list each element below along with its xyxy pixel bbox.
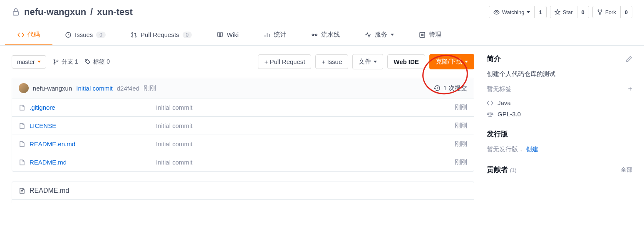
tab-pipeline[interactable]: 流水线 [299,26,352,45]
pull-request-button[interactable]: + Pull Request [258,54,311,69]
svg-point-4 [599,13,600,15]
watch-label: Watching [502,9,525,15]
file-dropdown[interactable]: 文件 [352,54,383,69]
branch-icon [53,59,59,65]
file-time: 刚刚 [455,122,467,130]
eye-icon [493,9,500,15]
fork-button[interactable]: Fork [593,6,620,18]
tab-wiki[interactable]: Wiki [204,26,251,45]
releases-heading: 发行版 [487,129,508,139]
file-link[interactable]: README.md [19,159,156,166]
web-ide-button[interactable]: Web IDE [387,54,425,69]
contributors-all-link[interactable]: 全部 [621,166,632,174]
license-label: GPL-3.0 [498,111,521,118]
commit-message[interactable]: Initial commit [76,85,113,92]
contributors-count: (1) [510,167,517,173]
tab-code[interactable]: 代码 [5,26,52,45]
star-icon [555,9,560,15]
chevron-down-icon [374,61,377,63]
commit-author[interactable]: nefu-wangxun [33,85,72,92]
commit-sha[interactable]: d24f4ed [117,85,139,92]
file-link[interactable]: .gitignore [19,104,156,111]
readme-title: README.md [30,187,69,194]
file-name-label: README.en.md [30,140,75,147]
readme-tabs [12,199,474,203]
fork-group: Fork 0 [592,6,632,18]
contributors-heading: 贡献者 [487,166,508,174]
tab-manage-label: 管理 [429,31,441,39]
file-name-label: README.md [30,159,67,166]
readme-tab[interactable] [12,200,115,203]
latest-commit-row: nefu-wangxun Initial commit d24f4ed 刚刚 1… [12,78,474,98]
file-commit-msg[interactable]: Initial commit [156,159,455,166]
branch-selected: master [17,59,35,65]
file-row: README.md Initial commit 刚刚 [12,153,474,171]
fork-count[interactable]: 0 [620,6,632,18]
edit-icon[interactable] [626,56,632,62]
star-count[interactable]: 0 [577,6,589,18]
add-tag-button[interactable]: + [628,85,632,93]
tab-manage[interactable]: 管理 [406,26,454,45]
repo-owner[interactable]: nefu-wangxun [24,7,86,17]
tags-link[interactable]: 标签 0 [84,58,110,66]
svg-point-6 [132,32,133,34]
svg-point-10 [315,34,317,36]
file-commit-msg[interactable]: Initial commit [156,104,455,111]
file-icon [19,123,25,129]
stats-icon [264,32,270,38]
clone-download-button[interactable]: 克隆/下载 [429,54,474,69]
create-release-link[interactable]: 创建 [526,145,538,152]
file-time: 刚刚 [455,158,467,166]
commits-count: 1 次提交 [443,84,467,92]
tab-services[interactable]: 服务 [352,26,406,45]
code-icon [487,100,493,106]
file-time: 刚刚 [455,140,467,148]
commits-link[interactable]: 1 次提交 [434,84,467,92]
file-link[interactable]: LICENSE [19,122,156,129]
tab-pr[interactable]: Pull Requests 0 [118,26,204,45]
tab-pipeline-label: 流水线 [321,31,340,39]
star-button[interactable]: Star [550,6,577,18]
file-commit-msg[interactable]: Initial commit [156,140,455,147]
branch-dropdown[interactable]: master [12,55,46,69]
pipeline-icon [311,32,318,38]
file-label: 文件 [359,58,371,66]
language-link[interactable]: Java [487,99,632,106]
no-tags-text: 暂无标签 [487,85,512,93]
watch-button[interactable]: Watching [489,6,535,18]
no-releases-text: 暂无发行版， [487,145,524,152]
scale-icon [487,111,493,118]
svg-point-2 [598,10,599,11]
tab-issues[interactable]: Issues 0 [52,26,118,45]
file-name-label: .gitignore [30,104,55,111]
tab-wiki-label: Wiki [227,31,238,38]
issue-button[interactable]: + Issue [315,54,348,69]
sidebar: 简介 创建个人代码仓库的测试 暂无标签 + Java GPL-3.0 发行版 [487,54,632,203]
svg-point-12 [54,59,55,60]
pr-icon [131,32,137,38]
repo-name[interactable]: xun-test [97,7,133,17]
commit-time: 刚刚 [144,84,156,92]
svg-point-1 [495,11,497,13]
svg-point-13 [54,63,55,64]
branches-link[interactable]: 分支 1 [53,58,78,66]
star-label: Star [563,9,573,15]
avatar[interactable] [19,83,29,93]
intro-heading: 简介 [487,54,501,64]
repo-title: nefu-wangxun / xun-test [12,7,133,17]
watch-count[interactable]: 1 [534,6,546,18]
file-link[interactable]: README.en.md [19,140,156,147]
issues-count: 0 [96,32,106,38]
file-row: .gitignore Initial commit 刚刚 [12,98,474,117]
svg-point-3 [601,10,602,11]
chevron-down-icon [37,61,41,63]
license-link[interactable]: GPL-3.0 [487,111,632,118]
file-commit-msg[interactable]: Initial commit [156,122,455,129]
tab-stats[interactable]: 统计 [251,26,299,45]
tab-pr-label: Pull Requests [141,31,179,38]
file-list-panel: nefu-wangxun Initial commit d24f4ed 刚刚 1… [12,78,474,172]
file-icon [19,141,25,147]
tab-services-label: 服务 [375,31,387,39]
readme-header: README.md [12,182,474,199]
tags-label: 标签 0 [93,58,110,66]
